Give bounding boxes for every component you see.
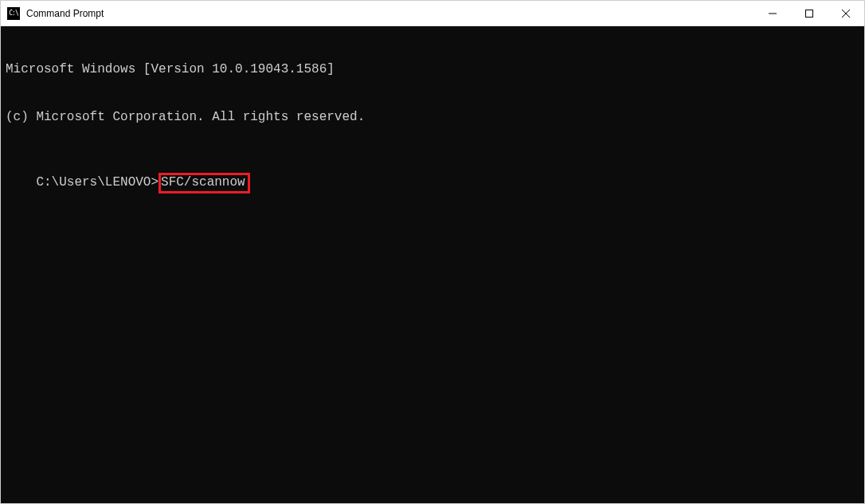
- terminal-area[interactable]: Microsoft Windows [Version 10.0.19043.15…: [1, 26, 864, 503]
- terminal-output-line: Microsoft Windows [Version 10.0.19043.15…: [6, 61, 859, 77]
- command-highlight-box: SFC/scannow: [159, 173, 250, 193]
- cmd-icon: C:\: [7, 7, 20, 20]
- window-title: Command Prompt: [26, 8, 754, 19]
- close-icon: [841, 9, 851, 18]
- svg-rect-1: [806, 10, 813, 17]
- maximize-button[interactable]: [791, 1, 828, 25]
- typed-command: SFC/scannow: [161, 175, 245, 189]
- minimize-icon: [769, 10, 777, 18]
- terminal-prompt: C:\Users\LENOVO>: [36, 175, 159, 189]
- terminal-output-line: (c) Microsoft Corporation. All rights re…: [6, 109, 859, 125]
- window-controls: [754, 1, 864, 25]
- titlebar[interactable]: C:\ Command Prompt: [1, 1, 864, 26]
- minimize-button[interactable]: [754, 1, 791, 25]
- command-prompt-window: C:\ Command Prompt Microsoft Windows [Ve…: [0, 0, 865, 504]
- close-button[interactable]: [828, 1, 864, 25]
- maximize-icon: [805, 10, 813, 18]
